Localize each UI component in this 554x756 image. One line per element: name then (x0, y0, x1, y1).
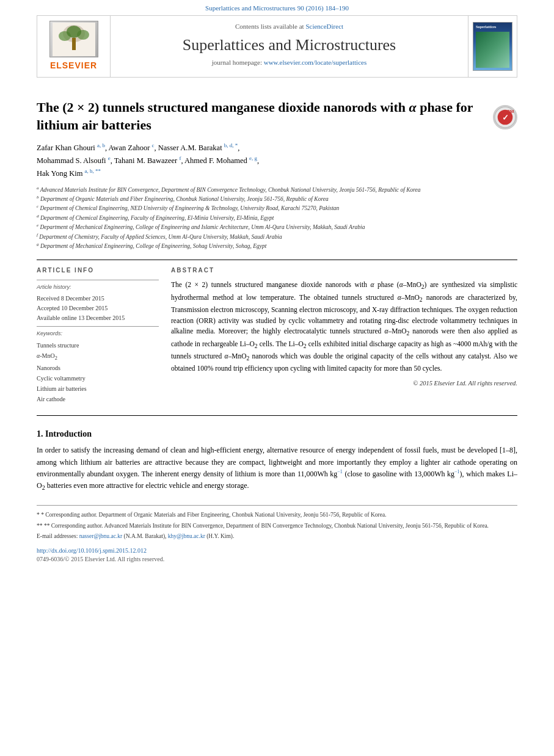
section-title-text: Introduction (45, 429, 92, 438)
science-direct-link[interactable]: ScienceDirect (305, 23, 343, 30)
accepted-date: Accepted 10 December 2015 (37, 303, 159, 313)
email1-text: nasser@jbnu.ac.kr (79, 533, 122, 539)
journal-header: ELSEVIER Contents lists available at Sci… (37, 15, 517, 78)
abstract-title: ABSTRACT (171, 266, 517, 275)
license-line: 0749-6036/© 2015 Elsevier Ltd. All right… (37, 555, 517, 564)
crossmark-icon: ✓ CM (493, 105, 517, 129)
keywords-label: Keywords: (37, 330, 159, 338)
journal-cover-area: Superlattices (468, 16, 517, 77)
elsevier-logo: ELSEVIER (49, 21, 98, 72)
cover-graphic (476, 32, 509, 68)
journal-ref-text: Superlattices and Microstructures 90 (20… (205, 4, 349, 12)
received-date: Received 8 December 2015 (37, 294, 159, 303)
journal-cover-image: Superlattices (473, 22, 512, 71)
email-label: E-mail addresses: (37, 533, 78, 539)
affil-e: e Department of Mechanical Engineering, … (37, 222, 517, 231)
abstract-column: ABSTRACT The (2 × 2) tunnels structured … (171, 266, 517, 404)
journal-header-center: Contents lists available at ScienceDirec… (111, 16, 468, 77)
email1-name: (N.A.M. Barakat), (124, 533, 167, 539)
history-label: Article history: (37, 283, 159, 291)
doi-text: http://dx.doi.org/10.1016/j.spmi.2015.12… (37, 547, 147, 554)
doi-line: http://dx.doi.org/10.1016/j.spmi.2015.12… (37, 547, 517, 555)
affil-a: a Advanced Materials Institute for BIN C… (37, 185, 517, 194)
affil-b: b Department of Organic Materials and Fi… (37, 194, 517, 203)
main-content: ✓ CM The (2 × 2) tunnels structured mang… (0, 78, 554, 576)
keyword-5: Lithium air batteries (37, 383, 159, 394)
affiliations: a Advanced Materials Institute for BIN C… (37, 185, 517, 251)
footnote-email: E-mail addresses: nasser@jbnu.ac.kr (N.A… (37, 532, 517, 540)
article-info-column: ARTICLE INFO Article history: Received 8… (37, 266, 159, 404)
email2-text: khy@jbnu.ac.kr (168, 533, 205, 539)
affil-f: f Department of Chemistry, Faculty of Ap… (37, 232, 517, 241)
affil-g: g Department of Mechanical Engineering, … (37, 241, 517, 250)
contents-text: Contents lists available at (235, 23, 304, 30)
divider-line-2 (37, 415, 517, 416)
keywords-list: Tunnels structure α-MnO2 Nanorods Cyclic… (37, 340, 159, 404)
section-1-title: 1. Introduction (37, 428, 517, 440)
keyword-3: Nanorods (37, 363, 159, 373)
introduction-section: 1. Introduction In order to satisfy the … (37, 428, 517, 493)
available-date: Available online 13 December 2015 (37, 313, 159, 323)
footnote-star: * * Corresponding author. Department of … (37, 511, 517, 519)
email2-name: (H.Y. Kim). (206, 533, 234, 539)
authors-line: Zafar Khan Ghouri a, b, Awan Zahoor c, N… (37, 141, 517, 180)
homepage-text: journal homepage: (212, 59, 262, 66)
article-title: The (2 × 2) tunnels structured manganese… (37, 99, 517, 134)
keyword-1: Tunnels structure (37, 340, 159, 351)
divider-line (37, 260, 517, 260)
homepage-line: journal homepage: www.elsevier.com/locat… (123, 58, 456, 67)
svg-rect-2 (72, 38, 76, 50)
keyword-6: Air cathode (37, 394, 159, 404)
svg-point-5 (67, 26, 81, 38)
keyword-4: Cyclic voltammetry (37, 373, 159, 383)
homepage-url-text: www.elsevier.com/locate/superlattices (264, 59, 367, 66)
elsevier-logo-area: ELSEVIER (37, 16, 111, 77)
article-dates: Received 8 December 2015 Accepted 10 Dec… (37, 294, 159, 323)
doi-link[interactable]: http://dx.doi.org/10.1016/j.spmi.2015.12… (37, 547, 147, 554)
email2-link[interactable]: khy@jbnu.ac.kr (168, 533, 206, 539)
elsevier-brand-text: ELSEVIER (50, 60, 97, 72)
footnotes-section: * * Corresponding author. Department of … (37, 505, 517, 564)
info-abstract-columns: ARTICLE INFO Article history: Received 8… (37, 266, 517, 404)
affil-d: d Department of Chemical Engineering, Fa… (37, 213, 517, 222)
copyright-line: © 2015 Elsevier Ltd. All rights reserved… (171, 379, 517, 388)
section-number: 1. (37, 429, 43, 438)
footnote-double-star-text: ** Corresponding author. Advanced Materi… (44, 523, 489, 529)
email1-link[interactable]: nasser@jbnu.ac.kr (79, 533, 124, 539)
introduction-text: In order to satisfy the increasing deman… (37, 445, 517, 493)
article-info-title: ARTICLE INFO (37, 266, 159, 275)
affil-c: c Department of Chemical Engineering, NE… (37, 203, 517, 213)
cover-title: Superlattices (476, 25, 496, 29)
keyword-2: α-MnO2 (37, 351, 159, 363)
info-divider-2 (37, 326, 159, 327)
journal-reference: Superlattices and Microstructures 90 (20… (0, 0, 554, 15)
footnote-double-star: ** ** Corresponding author. Advanced Mat… (37, 522, 517, 530)
homepage-url-link[interactable]: www.elsevier.com/locate/superlattices (264, 59, 367, 66)
crossmark-area: ✓ CM (493, 105, 517, 129)
journal-title: Superlattices and Microstructures (123, 35, 456, 54)
science-direct-text: ScienceDirect (305, 23, 343, 30)
title-area: ✓ CM The (2 × 2) tunnels structured mang… (37, 99, 517, 134)
svg-text:CM: CM (507, 109, 514, 114)
contents-available-line: Contents lists available at ScienceDirec… (123, 22, 456, 31)
info-divider-1 (37, 280, 159, 280)
footnote-star-text: * Corresponding author. Department of Or… (41, 512, 386, 518)
elsevier-tree-logo (49, 21, 98, 57)
abstract-text: The (2 × 2) tunnels structured manganese… (171, 280, 517, 374)
